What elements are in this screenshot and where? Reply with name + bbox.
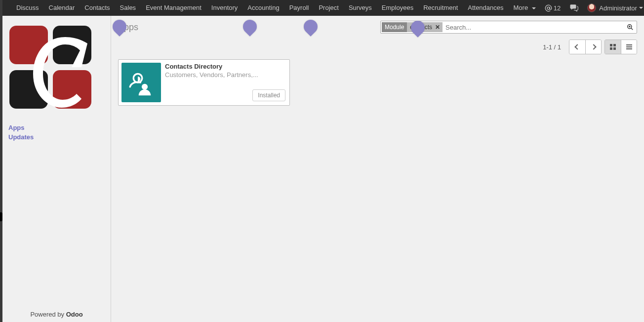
os-left-strip <box>0 0 2 322</box>
nav-surveys[interactable]: Surveys <box>344 0 377 16</box>
conversations-button[interactable] <box>564 0 583 16</box>
page-prev-button[interactable] <box>569 40 585 54</box>
app-icon <box>121 63 161 102</box>
nav-event-management[interactable]: Event Management <box>141 0 206 16</box>
topbar-right: 12 Administrator <box>541 0 644 16</box>
sidebar: AppsUpdates Powered by Odoo <box>2 16 111 322</box>
nav-calendar[interactable]: Calendar <box>44 0 80 16</box>
kanban-view-button[interactable] <box>605 40 621 54</box>
company-logo <box>8 25 92 110</box>
nav-attendances[interactable]: Attendances <box>463 0 508 16</box>
app-card-desc: Customers, Vendors, Partners,... <box>165 71 286 79</box>
caret-down-icon <box>532 7 536 9</box>
nav-contacts[interactable]: Contacts <box>80 0 115 16</box>
chevron-left-icon <box>574 44 580 49</box>
nav-sales[interactable]: Sales <box>115 0 141 16</box>
app-card-title: Contacts Directory <box>165 63 286 70</box>
nav-more-label: More <box>514 4 528 11</box>
nav-inventory[interactable]: Inventory <box>206 0 242 16</box>
user-menu[interactable]: Administrator <box>583 0 644 16</box>
facet-remove-button[interactable]: ✕ <box>434 22 443 32</box>
kanban-area: Contacts Directory Customers, Vendors, P… <box>111 59 644 106</box>
search-options-button[interactable] <box>624 24 637 31</box>
main-header: Apps Module contacts ✕ <box>111 16 644 37</box>
installed-button[interactable]: Installed <box>252 89 285 101</box>
nav-employees[interactable]: Employees <box>377 0 418 16</box>
search-input[interactable] <box>443 21 624 33</box>
caret-down-icon <box>639 7 643 9</box>
os-panel-handle[interactable] <box>0 212 2 221</box>
nav-more[interactable]: More <box>509 0 541 16</box>
nav-payroll[interactable]: Payroll <box>284 0 314 16</box>
sidebar-link-apps[interactable]: Apps <box>6 123 111 132</box>
footer-prefix: Powered by <box>30 311 66 318</box>
grid-icon <box>610 44 616 50</box>
nav-project[interactable]: Project <box>314 0 343 16</box>
pager-group <box>569 40 602 54</box>
main: Apps Module contacts ✕ 1-1 / 1 <box>111 16 644 322</box>
list-view-button[interactable] <box>621 40 637 54</box>
sidebar-footer: Powered by Odoo <box>2 307 111 322</box>
chevron-right-icon <box>591 44 596 49</box>
view-switch-group <box>604 40 637 54</box>
nav-recruitment[interactable]: Recruitment <box>418 0 463 16</box>
nav-discuss[interactable]: Discuss <box>11 0 44 16</box>
topbar-menu: DiscussCalendarContactsSalesEvent Manage… <box>2 0 509 16</box>
nav-accounting[interactable]: Accounting <box>242 0 284 16</box>
page-next-button[interactable] <box>585 40 601 54</box>
app-card[interactable]: Contacts Directory Customers, Vendors, P… <box>118 59 290 106</box>
search-plus-icon <box>627 24 634 31</box>
at-icon <box>545 4 552 12</box>
footer-brand[interactable]: Odoo <box>66 311 83 318</box>
sidebar-link-updates[interactable]: Updates <box>6 132 111 142</box>
avatar <box>587 3 596 12</box>
toolbar: 1-1 / 1 <box>111 37 644 59</box>
notifications-button[interactable]: 12 <box>541 0 564 16</box>
svg-line-6 <box>631 28 633 30</box>
svg-point-10 <box>142 84 148 90</box>
chat-icon <box>569 3 578 12</box>
contacts-icon <box>127 69 155 96</box>
notifications-count: 12 <box>554 4 561 12</box>
svg-point-0 <box>547 7 550 9</box>
logo-wrap <box>2 16 111 120</box>
user-name: Administrator <box>599 4 637 12</box>
page-counter: 1-1 / 1 <box>543 43 561 51</box>
topbar: DiscussCalendarContactsSalesEvent Manage… <box>2 0 644 16</box>
sidebar-links: AppsUpdates <box>2 120 111 142</box>
list-icon <box>626 44 632 49</box>
facet-label: Module <box>382 22 407 32</box>
